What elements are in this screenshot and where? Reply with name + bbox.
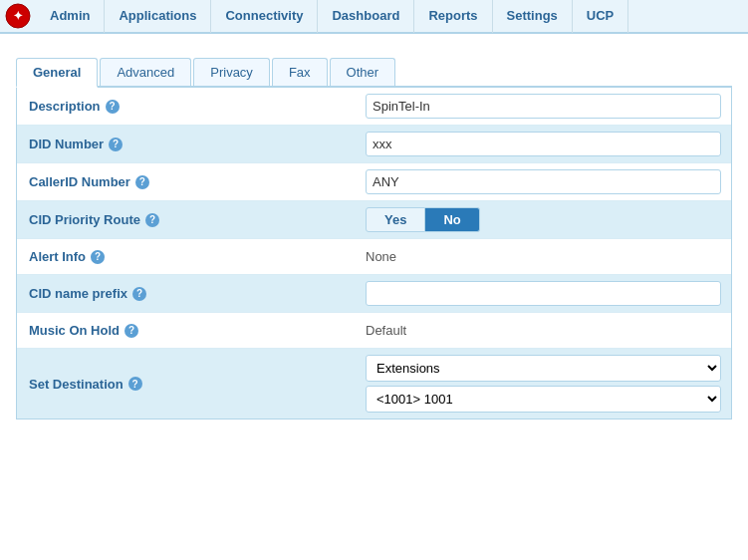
input-callerid_number[interactable] [366, 169, 721, 194]
tab-bar: GeneralAdvancedPrivacyFaxOther [16, 58, 732, 88]
toggle-yes-cid_priority_route[interactable]: Yes [366, 207, 425, 232]
tab-advanced[interactable]: Advanced [100, 58, 191, 86]
field-value-callerid_number [356, 163, 731, 200]
label-alert_info: Alert Info? [17, 239, 356, 274]
help-icon-did_number[interactable]: ? [109, 138, 123, 151]
label-text-cid_name_prefix: CID name prefix [29, 286, 127, 301]
label-text-alert_info: Alert Info [29, 249, 86, 264]
input-cid_name_prefix[interactable] [366, 281, 721, 306]
input-description[interactable] [366, 94, 721, 119]
nav-item-applications[interactable]: Applications [105, 0, 211, 33]
label-text-music_on_hold: Music On Hold [29, 323, 120, 338]
label-text-did_number: DID Number [29, 137, 104, 151]
form-row-callerid_number: CallerID Number? [17, 163, 731, 201]
text-music_on_hold: Default [366, 323, 406, 338]
help-icon-cid_priority_route[interactable]: ? [145, 213, 159, 227]
field-value-cid_priority_route: YesNo [356, 201, 731, 238]
nav-item-ucp[interactable]: UCP [573, 0, 628, 33]
field-value-music_on_hold: Default [356, 313, 731, 348]
label-did_number: DID Number? [17, 126, 356, 162]
app-logo: ✦ [0, 3, 36, 29]
label-cid_priority_route: CID Priority Route? [17, 201, 356, 238]
help-icon-set_destination[interactable]: ? [128, 377, 142, 391]
dest-area-set_destination: Extensions<1001> 1001 [356, 349, 731, 419]
dest-select2-set_destination[interactable]: <1001> 1001 [366, 386, 721, 413]
toggle-no-cid_priority_route[interactable]: No [425, 207, 479, 232]
dest-select1-set_destination[interactable]: Extensions [366, 355, 721, 382]
nav-item-admin[interactable]: Admin [36, 0, 105, 33]
nav-item-connectivity[interactable]: Connectivity [211, 0, 318, 33]
form-row-cid_priority_route: CID Priority Route?YesNo [17, 201, 731, 239]
nav-item-settings[interactable]: Settings [493, 0, 573, 33]
nav-item-dashboard[interactable]: Dashboard [318, 0, 414, 33]
input-did_number[interactable] [366, 132, 721, 156]
tab-fax[interactable]: Fax [272, 58, 328, 86]
tab-general[interactable]: General [16, 58, 98, 88]
field-value-description [356, 88, 731, 125]
form-area: Description?DID Number?CallerID Number?C… [16, 88, 732, 420]
form-row-alert_info: Alert Info?None [17, 239, 731, 275]
toggle-group-cid_priority_route: YesNo [366, 207, 480, 232]
form-row-description: Description? [17, 88, 731, 126]
help-icon-cid_name_prefix[interactable]: ? [132, 287, 146, 301]
label-text-callerid_number: CallerID Number [29, 174, 130, 189]
label-text-set_destination: Set Destination [29, 377, 124, 392]
field-value-cid_name_prefix [356, 275, 731, 312]
logo-icon: ✦ [5, 3, 31, 29]
label-description: Description? [17, 88, 356, 125]
label-music_on_hold: Music On Hold? [17, 313, 356, 348]
help-icon-callerid_number[interactable]: ? [135, 175, 149, 189]
svg-text:✦: ✦ [13, 9, 23, 23]
help-icon-music_on_hold[interactable]: ? [125, 324, 138, 338]
top-navigation: ✦ AdminApplicationsConnectivityDashboard… [0, 0, 748, 34]
tab-privacy[interactable]: Privacy [193, 58, 270, 86]
label-set_destination: Set Destination? [17, 349, 356, 419]
text-alert_info: None [366, 249, 396, 264]
label-text-cid_priority_route: CID Priority Route [29, 212, 140, 227]
label-text-description: Description [29, 99, 101, 114]
form-row-music_on_hold: Music On Hold?Default [17, 313, 731, 349]
form-row-did_number: DID Number? [17, 126, 731, 163]
help-icon-description[interactable]: ? [106, 100, 120, 114]
label-cid_name_prefix: CID name prefix? [17, 275, 356, 312]
label-callerid_number: CallerID Number? [17, 163, 356, 200]
form-row-cid_name_prefix: CID name prefix? [17, 275, 731, 313]
help-icon-alert_info[interactable]: ? [91, 250, 105, 264]
form-row-set_destination: Set Destination?Extensions<1001> 1001 [17, 349, 731, 419]
nav-item-reports[interactable]: Reports [414, 0, 492, 33]
tab-other[interactable]: Other [330, 58, 396, 86]
field-value-did_number [356, 126, 731, 162]
page-content: GeneralAdvancedPrivacyFaxOther Descripti… [0, 34, 748, 431]
field-value-alert_info: None [356, 239, 731, 274]
